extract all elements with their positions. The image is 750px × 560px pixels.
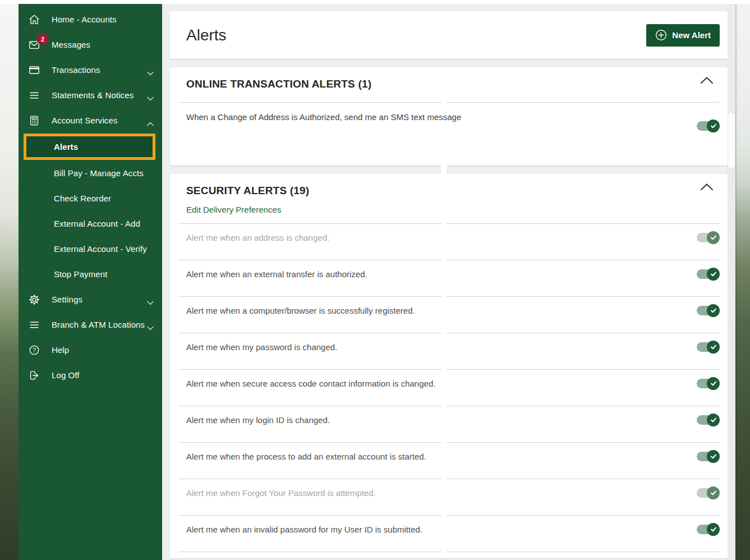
toggle-knob-check-icon [707, 231, 720, 244]
section-title: ONLINE TRANSACTION ALERTS (1) [170, 67, 728, 90]
chevron-up-icon [700, 184, 714, 192]
sidebar-item-external-account-add[interactable]: External Account - Add [19, 211, 162, 236]
background-photo-right [735, 0, 750, 560]
credit-card-icon [28, 64, 40, 76]
sidebar-item-label: Bill Pay - Manage Accts [54, 168, 144, 178]
sidebar-menu: Home - Accounts 2 Messages Transactions [19, 4, 162, 388]
alert-text: Alert me when Forgot Your Password is at… [186, 488, 376, 498]
sidebar-item-label: Log Off [52, 370, 80, 380]
chevron-down-icon [147, 93, 154, 103]
sidebar-item-label: Help [52, 345, 69, 355]
section-header: ONLINE TRANSACTION ALERTS (1) [170, 67, 728, 90]
sidebar-item-log-off[interactable]: Log Off [19, 362, 162, 388]
alert-toggle[interactable] [697, 120, 719, 132]
gear-icon [28, 293, 40, 306]
alert-text: Alert me when an address is changed. [186, 233, 329, 242]
sidebar-item-check-reorder[interactable]: Check Reorder [19, 186, 162, 211]
sidebar-item-label: Account Services [52, 116, 117, 125]
help-icon: ? [28, 344, 40, 356]
sidebar-item-alerts-selected[interactable]: Alerts [24, 134, 155, 160]
page-title: Alerts [186, 26, 227, 44]
chevron-up-icon [700, 77, 714, 86]
alert-text: Alert me when my password is changed. [186, 342, 337, 352]
alert-text: Alert me when the process to add an exte… [186, 452, 426, 461]
sidebar-item-label: Statements & Notices [52, 90, 134, 100]
sidebar-item-label: Home - Accounts [52, 15, 117, 24]
app-root: Home - Accounts 2 Messages Transactions [0, 0, 750, 560]
svg-text:?: ? [33, 347, 36, 353]
alert-row: Alert me when Forgot Your Password is at… [170, 479, 728, 516]
alert-row: Alert me when my password is changed. [170, 333, 728, 370]
toggle-knob-check-icon [707, 120, 720, 132]
toggle-knob-check-icon [707, 377, 720, 390]
sidebar-item-stop-payment[interactable]: Stop Payment [19, 261, 162, 287]
toggle-knob-check-icon [707, 304, 720, 317]
alert-row: Alert me when an external transfer is au… [170, 260, 728, 297]
sidebar-item-label: Settings [52, 295, 82, 304]
alert-toggle[interactable] [697, 450, 719, 463]
sidebar-item-label: Stop Payment [54, 269, 107, 279]
sidebar-item-label: External Account - Verify [54, 244, 147, 254]
alert-toggle[interactable] [697, 268, 719, 281]
new-alert-label: New Alert [672, 30, 711, 40]
calculator-icon [28, 114, 40, 127]
toggle-knob-check-icon [707, 341, 720, 354]
messages-unread-badge: 2 [36, 34, 49, 44]
sidebar-item-statements-notices[interactable]: Statements & Notices [19, 82, 162, 108]
sidebar-item-branch-atm-locations[interactable]: Branch & ATM Locations [19, 312, 162, 337]
edit-delivery-preferences-link[interactable]: Edit Delivery Preferences [186, 205, 281, 214]
alert-toggle[interactable] [697, 231, 719, 244]
collapse-section-button[interactable] [698, 74, 716, 88]
plus-circle-icon [655, 29, 667, 41]
sidebar-item-label: Alerts [54, 142, 78, 152]
scrollbar-track[interactable] [728, 4, 735, 560]
alert-row: Alert me when my login ID is changed. [170, 406, 728, 443]
security-alerts-section: SECURITY ALERTS (19) Edit Delivery Prefe… [170, 174, 728, 558]
alert-toggle[interactable] [697, 304, 719, 317]
list-icon [28, 89, 40, 102]
scrollbar-thumb[interactable] [728, 112, 735, 168]
sidebar-item-bill-pay[interactable]: Bill Pay - Manage Accts [19, 160, 162, 186]
online-transaction-alerts-section: ONLINE TRANSACTION ALERTS (1) When a Cha… [170, 67, 728, 166]
background-photo-left [0, 0, 19, 560]
sidebar-item-account-services[interactable]: Account Services [19, 108, 162, 133]
alert-toggle[interactable] [697, 377, 719, 390]
sidebar-item-external-account-verify[interactable]: External Account - Verify [19, 236, 162, 261]
alert-row: Alert me when the process to add an exte… [170, 443, 728, 479]
alert-text: Alert me when my login ID is changed. [186, 415, 330, 425]
sidebar-nav: Home - Accounts 2 Messages Transactions [19, 4, 162, 560]
alert-row: When a Change of Address is Authorized, … [170, 103, 728, 122]
alert-toggle[interactable] [697, 523, 719, 536]
alert-text: When a Change of Address is Authorized, … [186, 112, 461, 122]
alert-text: Alert me when a computer/browser is succ… [186, 306, 415, 315]
alert-toggle[interactable] [697, 414, 719, 426]
alert-toggle[interactable] [697, 486, 719, 499]
sidebar-item-label: External Account - Add [54, 219, 140, 228]
top-bar [0, 0, 750, 4]
sidebar-item-label: Transactions [52, 65, 100, 75]
toggle-knob-check-icon [707, 523, 720, 536]
section-header: SECURITY ALERTS (19) [170, 174, 728, 197]
chevron-up-icon [147, 118, 154, 128]
alert-toggle[interactable] [697, 341, 719, 354]
chevron-down-icon [147, 68, 154, 78]
toggle-knob-check-icon [707, 486, 720, 499]
toggle-knob-check-icon [707, 414, 720, 426]
main-content: Alerts New Alert ONLINE TRANSACTION ALER… [162, 4, 735, 560]
section-title: SECURITY ALERTS (19) [170, 174, 728, 197]
collapse-section-button[interactable] [698, 181, 716, 195]
home-icon [28, 13, 40, 26]
sidebar-item-home-accounts[interactable]: Home - Accounts [19, 7, 162, 32]
divider [178, 552, 441, 552]
list-icon [28, 319, 40, 331]
new-alert-button[interactable]: New Alert [646, 24, 720, 47]
alert-text: Alert me when secure access code contact… [186, 379, 435, 388]
sidebar-item-messages[interactable]: 2 Messages [19, 32, 162, 57]
sidebar-item-help[interactable]: ? Help [19, 337, 162, 362]
sidebar-item-settings[interactable]: Settings [19, 287, 162, 312]
toggle-knob-check-icon [707, 268, 720, 281]
chevron-down-icon [147, 297, 154, 307]
alert-text: Alert me when an external transfer is au… [186, 269, 367, 279]
sidebar-item-transactions[interactable]: Transactions [19, 57, 162, 82]
alert-row: Alert me when a computer/browser is succ… [170, 297, 728, 333]
